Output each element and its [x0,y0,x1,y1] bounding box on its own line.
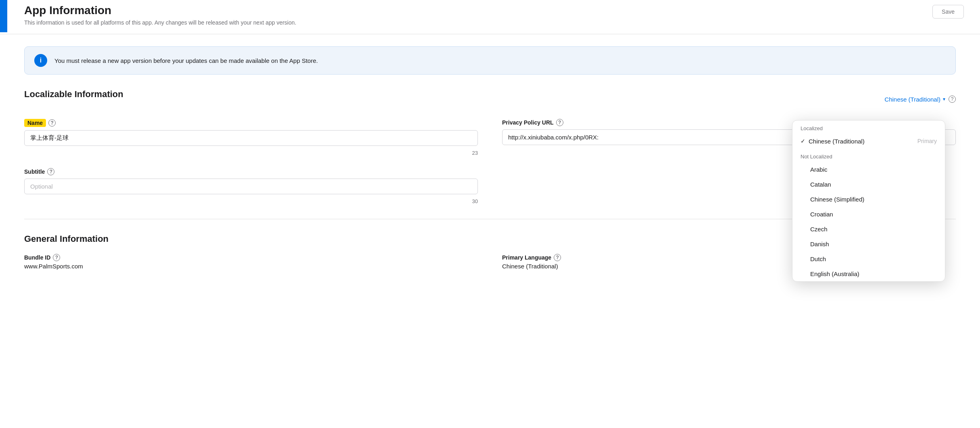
language-selector[interactable]: Chinese (Traditional) ▾ Localized ✓ Chin… [884,96,945,103]
dropdown-selected-item[interactable]: ✓ Chinese (Traditional) Primary [792,134,945,149]
dropdown-item-dutch[interactable]: Dutch [792,251,945,266]
info-icon: i [34,54,47,67]
name-field: Name ? 23 [24,119,478,156]
dropdown-item-arabic[interactable]: Arabic [792,162,945,177]
dropdown-item-czech[interactable]: Czech [792,222,945,237]
primary-language-help-icon[interactable]: ? [554,254,561,261]
subtitle-label: Subtitle ? [24,168,478,175]
language-help-icon[interactable]: ? [949,96,956,103]
localizable-section-title: Localizable Information [24,89,123,100]
bundle-id-label-text: Bundle ID [24,254,50,261]
dropdown-localized-header: Localized [792,121,945,134]
dropdown-primary-label: Primary [917,138,937,144]
dropdown-item-english-australia[interactable]: English (Australia) [792,266,945,281]
chevron-down-icon: ▾ [943,96,945,102]
dropdown-selected-label: Chinese (Traditional) [809,138,865,145]
name-help-icon[interactable]: ? [48,119,56,127]
name-label-text: Name [24,119,46,127]
save-button[interactable]: Save [932,5,964,19]
name-field-label: Name ? [24,119,478,127]
dropdown-item-catalan[interactable]: Catalan [792,177,945,192]
info-banner-text: You must release a new app version befor… [54,57,318,64]
subtitle-label-text: Subtitle [24,168,45,175]
dropdown-not-localized-header: Not Localized [792,149,945,162]
language-selector-label: Chinese (Traditional) [884,96,940,103]
save-button-container: Save [932,5,964,19]
dropdown-item-chinese-simplified[interactable]: Chinese (Simplified) [792,192,945,207]
name-counter: 23 [24,150,478,156]
primary-language-label-text: Primary Language [502,254,551,261]
bundle-id-value: www.PalmSports.com [24,263,478,270]
info-banner: i You must release a new app version bef… [24,46,956,75]
header-area: App Information This information is used… [0,0,980,34]
subtitle-help-icon[interactable]: ? [47,168,54,175]
subtitle-input[interactable] [24,179,478,194]
bundle-id-field: Bundle ID ? www.PalmSports.com [24,254,478,270]
language-dropdown[interactable]: Localized ✓ Chinese (Traditional) Primar… [792,120,945,282]
dropdown-item-croatian[interactable]: Croatian [792,207,945,222]
blue-bar [0,0,7,32]
name-input[interactable] [24,130,478,146]
bundle-id-help-icon[interactable]: ? [53,254,60,261]
subtitle-field: Subtitle ? 30 [24,168,478,204]
page-subtitle: This information is used for all platfor… [24,19,956,26]
dropdown-item-danish[interactable]: Danish [792,237,945,251]
privacy-policy-label-text: Privacy Policy URL [502,119,554,126]
page-wrapper: App Information This information is used… [0,0,980,428]
page-title: App Information [24,4,956,17]
subtitle-counter: 30 [24,198,478,204]
main-content: i You must release a new app version bef… [0,34,980,282]
privacy-policy-help-icon[interactable]: ? [556,119,563,126]
checkmark-icon: ✓ [801,138,805,144]
localizable-section-header: Localizable Information Chinese (Traditi… [24,89,956,109]
bundle-id-label: Bundle ID ? [24,254,478,261]
